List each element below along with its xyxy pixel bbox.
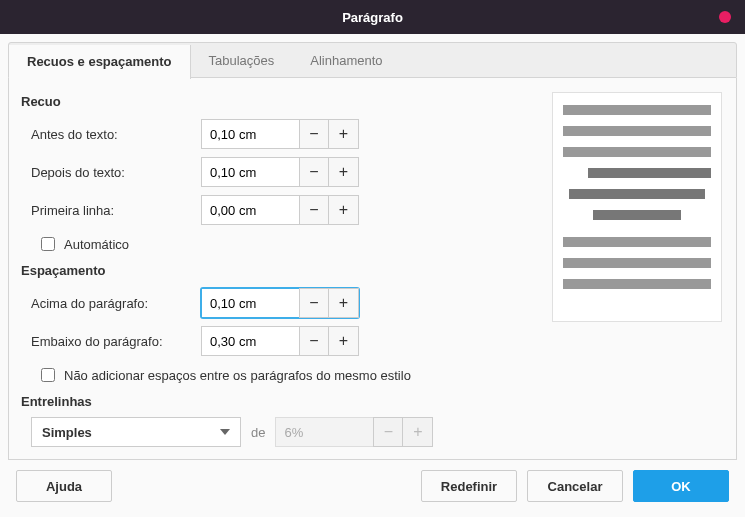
preview-line [588, 168, 711, 178]
ok-button[interactable]: OK [633, 470, 729, 502]
plus-icon: + [339, 332, 348, 350]
label-embaixo: Embaixo do parágrafo: [31, 334, 201, 349]
label-de: de [251, 425, 265, 440]
dec-button[interactable]: − [299, 119, 329, 149]
label-antes: Antes do texto: [31, 127, 201, 142]
spin-primeira: − + [201, 195, 359, 225]
close-icon[interactable] [719, 11, 731, 23]
tab-panel: Recuo Antes do texto: − + Depois do text… [8, 78, 737, 460]
row-embaixo: Embaixo do parágrafo: − + [31, 324, 724, 358]
input-primeira-linha[interactable] [201, 195, 299, 225]
cancel-button[interactable]: Cancelar [527, 470, 623, 502]
select-entrelinhas-value: Simples [42, 425, 92, 440]
inc-button[interactable]: + [329, 288, 359, 318]
spin-entrelinhas-pct: − + [275, 417, 433, 447]
preview-line [563, 126, 711, 136]
minus-icon: − [309, 163, 318, 181]
tab-tabulacoes[interactable]: Tabulações [191, 43, 293, 77]
label-automatico: Automático [64, 237, 129, 252]
dec-button[interactable]: − [299, 195, 329, 225]
input-entrelinhas-pct [275, 417, 373, 447]
plus-icon: + [413, 423, 422, 441]
preview-pane [552, 92, 722, 322]
inc-button: + [403, 417, 433, 447]
minus-icon: − [309, 332, 318, 350]
minus-icon: − [309, 201, 318, 219]
spin-embaixo: − + [201, 326, 359, 356]
minus-icon: − [384, 423, 393, 441]
dec-button[interactable]: − [299, 326, 329, 356]
tab-alinhamento[interactable]: Alinhamento [292, 43, 400, 77]
tab-recuos-espacamento[interactable]: Recuos e espaçamento [9, 45, 191, 79]
plus-icon: + [339, 163, 348, 181]
label-acima: Acima do parágrafo: [31, 296, 201, 311]
dialog-content: Recuos e espaçamento Tabulações Alinhame… [0, 34, 745, 517]
preview-line [563, 147, 711, 157]
inc-button[interactable]: + [329, 195, 359, 225]
preview-line [563, 237, 711, 247]
button-bar: Ajuda Redefinir Cancelar OK [8, 460, 737, 510]
checkbox-nao-adicionar[interactable] [41, 368, 55, 382]
minus-icon: − [309, 125, 318, 143]
spin-depois: − + [201, 157, 359, 187]
row-entrelinhas: Simples de − + [31, 417, 724, 447]
tabstrip: Recuos e espaçamento Tabulações Alinhame… [8, 42, 737, 78]
preview-line [563, 105, 711, 115]
input-depois-texto[interactable] [201, 157, 299, 187]
spin-acima: − + [201, 288, 359, 318]
checkbox-automatico[interactable] [41, 237, 55, 251]
inc-button[interactable]: + [329, 119, 359, 149]
inc-button[interactable]: + [329, 326, 359, 356]
reset-button[interactable]: Redefinir [421, 470, 517, 502]
titlebar: Parágrafo [0, 0, 745, 34]
preview-line [593, 210, 681, 220]
input-antes-texto[interactable] [201, 119, 299, 149]
plus-icon: + [339, 201, 348, 219]
inc-button[interactable]: + [329, 157, 359, 187]
label-nao-adicionar: Não adicionar espaços entre os parágrafo… [64, 368, 411, 383]
input-acima-paragrafo[interactable] [201, 288, 299, 318]
label-depois: Depois do texto: [31, 165, 201, 180]
minus-icon: − [309, 294, 318, 312]
chevron-down-icon [220, 429, 230, 435]
plus-icon: + [339, 294, 348, 312]
dec-button[interactable]: − [299, 288, 329, 318]
section-entrelinhas: Entrelinhas [21, 394, 724, 409]
dec-button: − [373, 417, 403, 447]
plus-icon: + [339, 125, 348, 143]
checkbox-nosame-row: Não adicionar espaços entre os parágrafo… [37, 362, 724, 388]
dec-button[interactable]: − [299, 157, 329, 187]
input-embaixo-paragrafo[interactable] [201, 326, 299, 356]
help-button[interactable]: Ajuda [16, 470, 112, 502]
preview-line [569, 189, 705, 199]
spin-antes: − + [201, 119, 359, 149]
window-title: Parágrafo [342, 10, 403, 25]
preview-line [563, 258, 711, 268]
select-entrelinhas[interactable]: Simples [31, 417, 241, 447]
preview-line [563, 279, 711, 289]
label-primeira: Primeira linha: [31, 203, 201, 218]
